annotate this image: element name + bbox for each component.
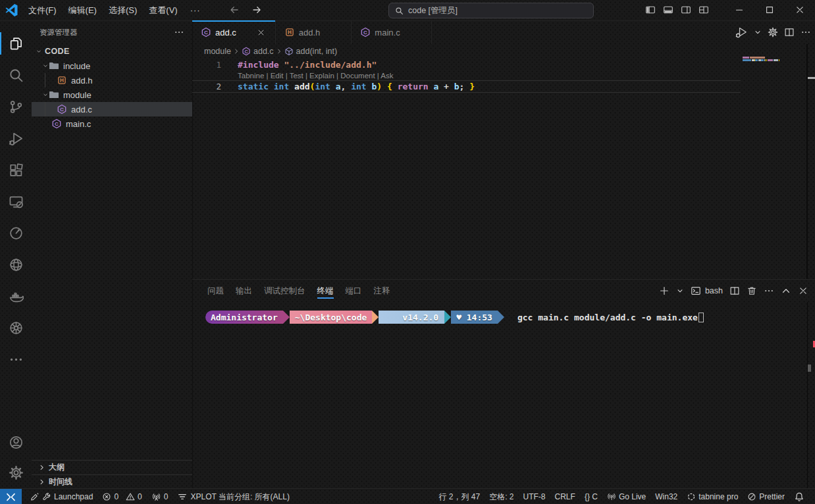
panel-more-actions-button[interactable] [764,286,774,296]
run-or-debug-button[interactable] [735,26,748,38]
status-language-mode[interactable]: {} C [580,489,602,504]
shell-label[interactable]: bash [705,286,723,295]
panel-tab-problems[interactable]: 问题 [201,280,230,302]
panel-tab-ports[interactable]: 端口 [340,280,368,302]
menu-more-button[interactable]: ··· [184,1,207,20]
status-tabnine[interactable]: tabnine pro [682,489,743,504]
terminal-cursor [698,313,704,322]
customize-layout-button[interactable] [695,0,712,20]
tree-item-include[interactable]: include [32,59,192,73]
tab-close-icon[interactable] [256,27,267,38]
tab-main-c[interactable]: Cmain.c [352,20,431,44]
status-eol[interactable]: CRLF [550,489,580,504]
status-go-live[interactable]: Go Live [602,489,650,504]
toggle-sidebar-left-button[interactable] [641,0,659,20]
remote-indicator[interactable] [0,489,22,504]
breadcrumb-item[interactable]: Cadd.c [242,47,274,56]
status-notifications[interactable] [789,489,809,504]
activity-explorer[interactable] [0,28,32,59]
new-terminal-button[interactable] [659,286,670,296]
breadcrumb-item[interactable]: add(int, int) [284,47,338,56]
activity-run-debug[interactable] [0,122,32,154]
sidebar-more-actions-button[interactable] [174,27,184,38]
terminal-shell-icon[interactable] [691,286,701,296]
breadcrumb: moduleCadd.cadd(int, int) [192,44,741,59]
terminal-prompt: Administrator~\Desktop\codev14.2.0♥ 14:5… [205,311,704,324]
folder-icon [49,61,59,71]
maximize-panel-button[interactable] [781,286,791,296]
breadcrumb-item[interactable]: module [204,47,231,56]
menu-edit[interactable]: 编辑(E) [63,1,103,20]
prompt-arrow [498,311,504,324]
activity-remote-explorer[interactable] [0,186,32,217]
outline-section-header[interactable]: 大纲 [32,460,192,474]
debug-icon [9,131,24,146]
nav-back-icon[interactable] [229,5,240,15]
activity-settings[interactable] [0,457,32,488]
activity-search[interactable] [0,59,32,91]
status-cursor-position[interactable]: 行 2，列 47 [434,489,485,504]
kill-terminal-button[interactable] [747,286,757,296]
bottom-panel: 问题输出调试控制台终端端口注释 bash Administrator~\Desk… [192,279,815,489]
close-button[interactable] [785,0,815,20]
command-center-search[interactable]: code [管理员] [388,3,594,18]
activity-bar [0,20,32,488]
terminal-scrollbar[interactable] [808,365,811,372]
tree-item-main-c[interactable]: C main.c [32,116,192,131]
nav-forward-icon[interactable] [251,5,262,15]
menu-selection[interactable]: 选择(S) [103,1,143,20]
toggle-panel-button[interactable] [659,0,677,20]
activity-more-views[interactable] [0,343,32,375]
tree-item-module[interactable]: module [32,88,192,102]
editor-settings-button[interactable] [768,27,778,38]
status-prettier[interactable]: Prettier [743,489,789,504]
status-launchpad[interactable]: Launchpad [26,489,97,504]
activity-kubernetes[interactable] [0,312,32,343]
prompt-segment-version: v14.2.0 [379,311,444,324]
status-encoding[interactable]: UTF-8 [519,489,550,504]
timeline-section-header[interactable]: 时间线 [32,474,192,488]
minimap[interactable] [741,44,806,279]
panel-tab-bar: 问题输出调试控制台终端端口注释 [192,280,396,302]
tree-item-add-h[interactable]: H add.h [32,73,192,88]
close-panel-button[interactable] [798,286,808,296]
tree-item-add-c[interactable]: C add.c [32,102,192,116]
split-editor-button[interactable] [784,27,795,38]
status-ports[interactable]: 0 [147,489,173,504]
activity-extensions[interactable] [0,154,32,186]
activity-sphere-tool[interactable] [0,249,32,280]
maximize-button[interactable] [754,0,785,20]
status-problems[interactable]: 00 [97,489,146,504]
activity-docker[interactable] [0,280,32,312]
panel-tab-comments[interactable]: 注释 [368,280,396,302]
terminal[interactable]: Administrator~\Desktop\codev14.2.0♥ 14:5… [192,302,815,489]
split-terminal-button[interactable] [729,286,740,296]
activity-resource-monitor[interactable] [0,217,32,249]
menu-file[interactable]: 文件(F) [22,1,63,20]
terminal-dropdown-icon[interactable] [676,287,684,295]
outline-section-label: 大纲 [49,462,65,473]
prompt-arrow [444,311,451,324]
file-c-icon: C [57,104,67,114]
tab-add-h[interactable]: Hadd.h [276,20,352,44]
panel-tab-output[interactable]: 输出 [230,280,258,302]
tree-item-code-root[interactable]: CODE [32,44,192,59]
codelens-tabnine[interactable]: Tabnine | Edit | Test | Explain | Docume… [192,71,741,80]
toggle-sidebar-right-button[interactable] [677,0,695,20]
status-xplot[interactable]: XPLOT 当前分组: 所有(ALL) [172,489,294,504]
status-platform[interactable]: Win32 [650,489,682,504]
activity-source-control[interactable] [0,91,32,122]
menu-view[interactable]: 查看(V) [143,1,183,20]
run-dropdown-icon[interactable] [754,28,762,36]
panel-tab-debug-console[interactable]: 调试控制台 [258,280,311,302]
editor-more-actions-button[interactable] [801,27,811,38]
status-indentation[interactable]: 空格: 2 [485,489,518,504]
panel-tab-terminal[interactable]: 终端 [311,280,340,302]
minimize-button[interactable] [724,0,754,20]
code-line-2: 2static int add(int a, int b) { return a… [192,80,741,93]
activity-account[interactable] [0,426,32,458]
tab-add-c[interactable]: Cadd.c [192,20,276,44]
code-editor[interactable]: 1#include "../include/add.h"Tabnine | Ed… [192,59,741,279]
title-bar: 文件(F)编辑(E)选择(S)查看(V) ··· code [管理员] [0,0,815,21]
slash-circle-icon [747,492,756,501]
